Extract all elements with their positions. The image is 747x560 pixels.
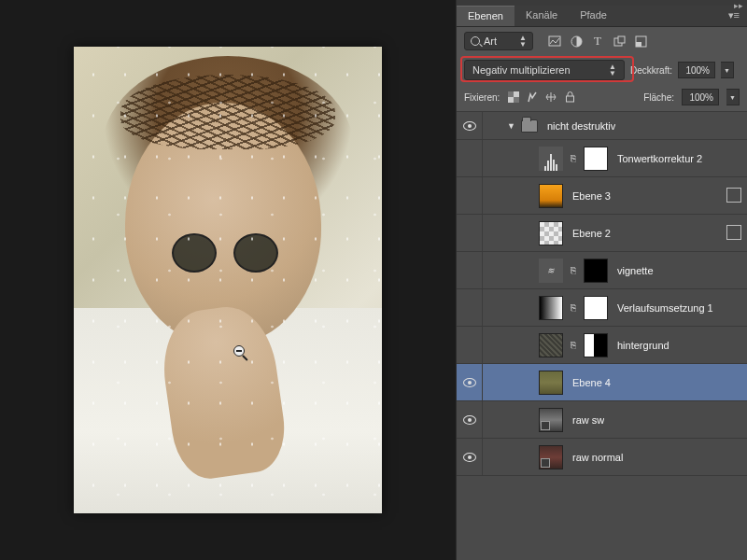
layer-row[interactable]: raw normal <box>457 439 747 476</box>
link-icon[interactable]: ⎘ <box>569 153 578 163</box>
svg-rect-5 <box>636 42 641 47</box>
visibility-toggle[interactable] <box>457 252 483 288</box>
layer-name[interactable]: raw normal <box>572 452 623 463</box>
blend-mode-value: Negativ multiplizieren <box>472 64 571 76</box>
smartobject-thumb <box>539 408 563 432</box>
lock-position-icon[interactable] <box>544 91 557 104</box>
layer-filter-kind[interactable]: Art ▲▼ <box>464 32 533 50</box>
svg-rect-8 <box>514 97 519 103</box>
layer-row[interactable]: ⎘ Verlaufsumsetzung 1 <box>457 289 747 327</box>
panel-collapse-icon[interactable]: ▸▸ <box>734 1 743 10</box>
layer-thumb <box>539 184 563 208</box>
layer-row-selected[interactable]: Ebene 4 <box>457 364 747 401</box>
visibility-toggle[interactable] <box>463 378 476 387</box>
search-icon <box>471 36 480 46</box>
opacity-input[interactable]: 100% <box>678 62 715 78</box>
svg-rect-0 <box>549 36 560 46</box>
svg-rect-7 <box>508 91 514 97</box>
visibility-toggle[interactable] <box>463 415 476 425</box>
adjustment-thumb-levels <box>539 147 563 171</box>
layer-row[interactable]: raw sw <box>457 401 747 439</box>
visibility-toggle[interactable] <box>457 289 483 326</box>
layer-group[interactable]: ▼ nicht destruktiv <box>457 112 747 140</box>
opacity-flyout[interactable]: ▼ <box>721 62 734 78</box>
svg-rect-3 <box>618 36 625 43</box>
canvas-area <box>0 0 456 560</box>
filter-type-icon[interactable]: T <box>591 35 604 48</box>
fill-flyout[interactable]: ▼ <box>726 89 740 105</box>
layer-mask-thumb[interactable] <box>584 147 608 171</box>
layers-panel: ▸▸ Ebenen Kanäle Pfade ▾≡ Art ▲▼ T Negat… <box>456 0 747 560</box>
layer-row[interactable]: ⎘ Tonwertkorrektur 2 <box>457 140 747 177</box>
visibility-toggle[interactable] <box>457 327 483 363</box>
blend-mode-select[interactable]: Negativ multiplizieren ▲▼ <box>464 60 625 80</box>
filter-smartobj-icon[interactable] <box>634 35 647 48</box>
svg-rect-9 <box>566 96 573 102</box>
layer-copy-icon[interactable] <box>728 189 741 203</box>
layer-filter-kind-label: Art <box>484 35 497 47</box>
lock-all-icon[interactable] <box>563 91 576 104</box>
adjustment-thumb: ≋ <box>539 259 563 283</box>
visibility-toggle[interactable] <box>463 453 476 462</box>
layer-copy-icon[interactable] <box>728 227 741 240</box>
visibility-toggle[interactable] <box>457 140 483 176</box>
lock-label: Fixieren: <box>464 92 500 103</box>
link-icon[interactable]: ⎘ <box>569 340 578 350</box>
layer-thumb <box>539 333 563 357</box>
tab-paths[interactable]: Pfade <box>569 6 618 26</box>
fill-input[interactable]: 100% <box>682 89 719 105</box>
lock-transparent-icon[interactable] <box>507 91 520 104</box>
layer-thumb <box>539 371 563 395</box>
panel-tabs: Ebenen Kanäle Pfade ▾≡ <box>457 6 747 27</box>
filter-pixel-icon[interactable] <box>548 35 561 48</box>
tab-layers[interactable]: Ebenen <box>457 6 514 26</box>
tab-channels[interactable]: Kanäle <box>514 6 569 26</box>
layer-mask-thumb[interactable] <box>584 333 608 357</box>
layer-name[interactable]: vignette <box>617 265 654 276</box>
layer-row[interactable]: ≋ ⎘ vignette <box>457 252 747 289</box>
filter-adjust-icon[interactable] <box>570 35 583 48</box>
visibility-toggle[interactable] <box>457 177 483 214</box>
opacity-label: Deckkraft: <box>630 65 672 76</box>
layer-name[interactable]: Ebene 2 <box>572 228 611 239</box>
adjustment-thumb-gradmap <box>539 296 563 320</box>
visibility-toggle[interactable] <box>463 121 476 131</box>
layer-row[interactable]: ⎘ hintergrund <box>457 327 747 364</box>
layer-name[interactable]: Tonwertkorrektur 2 <box>617 153 702 164</box>
group-disclosure-icon[interactable]: ▼ <box>507 121 515 131</box>
layer-row[interactable]: Ebene 3 <box>457 177 747 215</box>
smartobject-thumb <box>539 445 563 469</box>
layer-name[interactable]: hintergrund <box>617 340 669 351</box>
link-icon[interactable]: ⎘ <box>569 302 578 313</box>
group-name[interactable]: nicht destruktiv <box>547 120 615 132</box>
folder-icon <box>521 119 538 133</box>
layer-mask-thumb[interactable] <box>584 296 608 320</box>
layer-name[interactable]: Ebene 3 <box>572 190 611 202</box>
visibility-toggle[interactable] <box>457 215 483 251</box>
layer-mask-thumb[interactable] <box>584 259 608 283</box>
zoom-out-cursor <box>233 345 248 360</box>
document-canvas[interactable] <box>74 47 382 513</box>
layer-name[interactable]: Ebene 4 <box>572 377 611 388</box>
layer-name[interactable]: raw sw <box>572 414 604 426</box>
link-icon[interactable]: ⎘ <box>569 265 578 275</box>
layer-name[interactable]: Verlaufsumsetzung 1 <box>617 302 713 314</box>
layer-list: ▼ nicht destruktiv ⎘ Tonwertkorrektur 2 … <box>457 112 747 560</box>
layer-thumb <box>539 221 563 245</box>
fill-label: Fläche: <box>643 92 674 103</box>
lock-pixels-icon[interactable] <box>526 91 539 104</box>
layer-row[interactable]: Ebene 2 <box>457 215 747 252</box>
filter-shape-icon[interactable] <box>613 35 626 48</box>
